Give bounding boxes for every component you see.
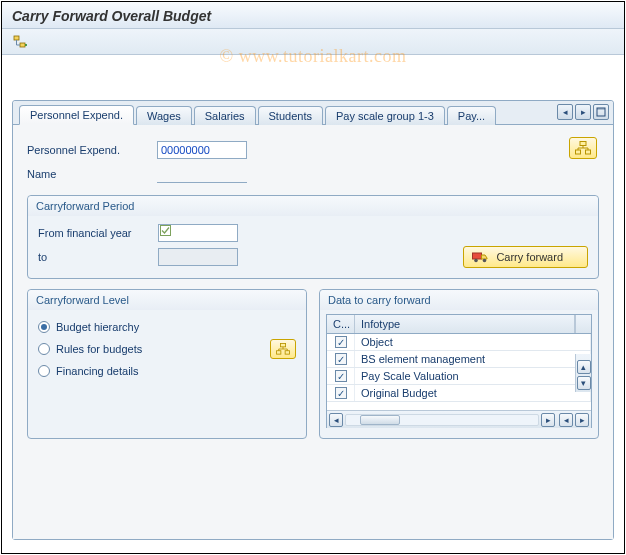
truck-icon <box>472 251 490 263</box>
svg-rect-1 <box>20 43 25 47</box>
svg-rect-12 <box>277 351 281 354</box>
checkbox[interactable]: ✓ <box>335 336 347 348</box>
svg-rect-11 <box>280 343 285 346</box>
radio-rules-for-budgets[interactable]: Rules for budgets <box>38 338 296 360</box>
scroll-corner <box>575 315 591 333</box>
from-year-input[interactable] <box>158 224 238 242</box>
radio-icon <box>38 321 50 333</box>
rules-org-button[interactable] <box>270 339 296 359</box>
horizontal-scrollbar[interactable]: ◂ ▸ ◂ ▸ <box>327 410 591 428</box>
radio-icon <box>38 365 50 377</box>
tab-body: Personnel Expend. Name Carryforward Peri… <box>13 125 613 539</box>
svg-rect-0 <box>14 36 19 40</box>
carryforward-period-group: Carryforward Period From financial year <box>27 195 599 279</box>
org-structure-button[interactable] <box>569 137 597 159</box>
scroll-down-icon[interactable]: ▾ <box>577 376 591 390</box>
structure-icon[interactable] <box>10 32 32 52</box>
tab-students[interactable]: Students <box>258 106 323 125</box>
data-to-carry-title: Data to carry forward <box>320 290 598 310</box>
tab-salaries[interactable]: Salaries <box>194 106 256 125</box>
row-label: Original Budget <box>355 385 591 401</box>
from-year-label: From financial year <box>38 227 158 239</box>
scroll-right-icon[interactable]: ▸ <box>541 413 555 427</box>
app-toolbar <box>2 29 624 55</box>
radio-label: Rules for budgets <box>56 343 142 355</box>
scroll-thumb[interactable] <box>360 415 400 425</box>
checkbox[interactable]: ✓ <box>335 370 347 382</box>
svg-rect-3 <box>597 108 605 110</box>
svg-rect-5 <box>576 150 581 154</box>
col-checkbox-header[interactable]: C... <box>327 315 355 333</box>
scroll-up-icon[interactable]: ▴ <box>577 360 591 374</box>
table-body: ✓ Object ✓ BS element management <box>327 334 591 410</box>
row-label: Pay Scale Valuation <box>355 368 591 384</box>
tab-list-all-icon[interactable] <box>593 104 609 120</box>
table-row[interactable]: ✓ BS element management <box>327 351 591 368</box>
scroll-left-icon[interactable]: ◂ <box>329 413 343 427</box>
page-title: Carry Forward Overall Budget <box>12 8 211 24</box>
checkbox[interactable]: ✓ <box>335 353 347 365</box>
carryforward-period-title: Carryforward Period <box>28 196 598 216</box>
scroll-right2-icon[interactable]: ▸ <box>575 413 589 427</box>
tab-pay-more[interactable]: Pay... <box>447 106 496 125</box>
name-label: Name <box>27 168 157 180</box>
table-header: C... Infotype <box>327 315 591 334</box>
personnel-expend-input[interactable] <box>157 141 247 159</box>
data-to-carry-table: C... Infotype ✓ Object <box>326 314 592 428</box>
row-label: Object <box>355 334 591 350</box>
row-label: BS element management <box>355 351 591 367</box>
tab-pay-scale-group[interactable]: Pay scale group 1-3 <box>325 106 445 125</box>
radio-icon <box>38 343 50 355</box>
data-to-carry-group: Data to carry forward C... Infotype <box>319 289 599 439</box>
tab-personnel-expend[interactable]: Personnel Expend. <box>19 105 134 125</box>
carry-forward-label: Carry forward <box>496 251 563 263</box>
title-bar: Carry Forward Overall Budget <box>2 2 624 29</box>
vertical-scrollbar[interactable]: ▴ ▾ <box>575 354 591 392</box>
personnel-expend-label: Personnel Expend. <box>27 144 157 156</box>
radio-label: Budget hierarchy <box>56 321 139 333</box>
checkbox[interactable]: ✓ <box>335 387 347 399</box>
svg-point-10 <box>483 259 487 263</box>
col-infotype-header[interactable]: Infotype <box>355 315 575 333</box>
tab-wages[interactable]: Wages <box>136 106 192 125</box>
radio-financing-details[interactable]: Financing details <box>38 360 296 382</box>
table-row[interactable]: ✓ Original Budget <box>327 385 591 402</box>
svg-rect-6 <box>586 150 591 154</box>
tab-scroll-right-icon[interactable]: ▸ <box>575 104 591 120</box>
svg-rect-4 <box>580 142 586 146</box>
to-year-label: to <box>38 251 158 263</box>
tab-scroll-controls: ◂ ▸ <box>557 104 609 120</box>
svg-point-9 <box>475 259 479 263</box>
tab-container: Personnel Expend. Wages Salaries Student… <box>12 100 614 540</box>
svg-rect-8 <box>473 253 482 259</box>
carryforward-level-group: Carryforward Level Budget hierarchy Rule… <box>27 289 307 439</box>
to-year-input <box>158 248 238 266</box>
scroll-left2-icon[interactable]: ◂ <box>559 413 573 427</box>
tab-strip: Personnel Expend. Wages Salaries Student… <box>13 101 613 125</box>
name-input[interactable] <box>157 165 247 183</box>
carryforward-level-title: Carryforward Level <box>28 290 306 310</box>
carry-forward-button[interactable]: Carry forward <box>463 246 588 268</box>
radio-budget-hierarchy[interactable]: Budget hierarchy <box>38 316 296 338</box>
scroll-track[interactable] <box>345 414 539 426</box>
table-row[interactable]: ✓ Object <box>327 334 591 351</box>
svg-rect-13 <box>285 351 289 354</box>
table-row[interactable]: ✓ Pay Scale Valuation <box>327 368 591 385</box>
radio-label: Financing details <box>56 365 139 377</box>
tab-scroll-left-icon[interactable]: ◂ <box>557 104 573 120</box>
